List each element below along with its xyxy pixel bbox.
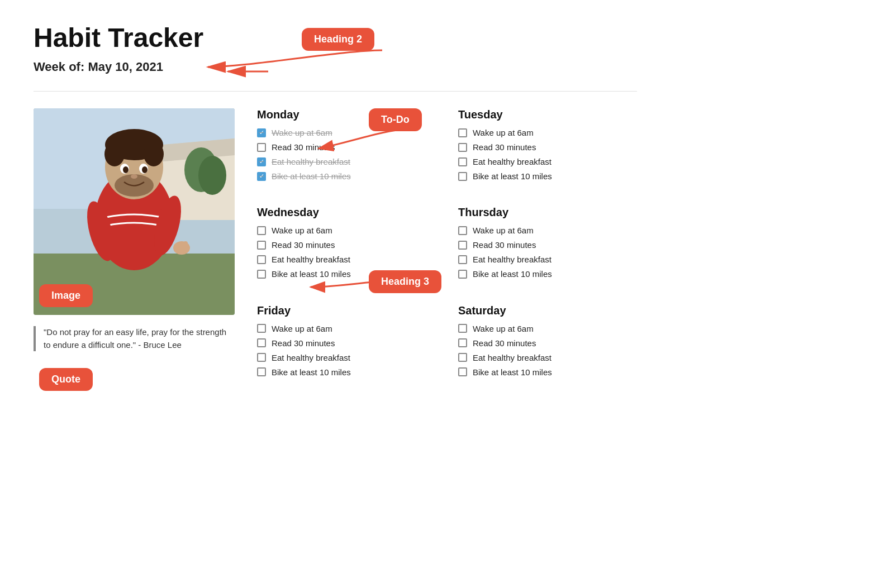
svg-point-24 bbox=[131, 174, 137, 179]
task-item[interactable]: ✓Eat healthy breakfast bbox=[257, 157, 436, 166]
task-label: Bike at least 10 miles bbox=[272, 269, 351, 279]
task-label: Bike at least 10 miles bbox=[473, 171, 552, 181]
task-list: Wake up at 6amRead 30 minutesEat healthy… bbox=[458, 324, 637, 377]
task-label: Eat healthy breakfast bbox=[272, 353, 350, 362]
task-list: Wake up at 6amRead 30 minutesEat healthy… bbox=[257, 324, 436, 377]
task-item[interactable]: Eat healthy breakfast bbox=[458, 353, 637, 362]
task-item[interactable]: Read 30 minutes bbox=[257, 338, 436, 348]
task-item[interactable]: Eat healthy breakfast bbox=[458, 157, 637, 166]
task-checkbox[interactable] bbox=[257, 353, 266, 362]
task-label: Read 30 minutes bbox=[272, 142, 335, 152]
task-item[interactable]: Wake up at 6am bbox=[458, 226, 637, 235]
task-checkbox[interactable] bbox=[257, 270, 266, 279]
task-item[interactable]: Bike at least 10 miles bbox=[458, 269, 637, 279]
svg-point-21 bbox=[123, 166, 129, 173]
day-section-tuesday: TuesdayWake up at 6amRead 30 minutesEat … bbox=[458, 108, 637, 189]
task-label: Wake up at 6am bbox=[473, 324, 534, 333]
task-checkbox[interactable]: ✓ bbox=[257, 172, 266, 181]
task-checkbox[interactable] bbox=[458, 172, 467, 181]
task-checkbox[interactable] bbox=[458, 157, 467, 166]
day-section-friday: FridayWake up at 6amRead 30 minutesEat h… bbox=[257, 304, 436, 385]
task-label: Eat healthy breakfast bbox=[473, 353, 551, 362]
task-label: Wake up at 6am bbox=[473, 128, 534, 137]
task-item[interactable]: Eat healthy breakfast bbox=[458, 255, 637, 264]
heading3-badge: Heading 3 bbox=[369, 270, 441, 293]
task-label: Bike at least 10 miles bbox=[272, 171, 351, 181]
svg-rect-13 bbox=[183, 241, 188, 251]
task-label: Wake up at 6am bbox=[272, 128, 332, 137]
task-label: Wake up at 6am bbox=[473, 226, 534, 235]
svg-point-18 bbox=[144, 142, 164, 166]
task-checkbox[interactable] bbox=[458, 241, 467, 250]
task-label: Read 30 minutes bbox=[272, 240, 335, 250]
task-label: Read 30 minutes bbox=[473, 142, 536, 152]
task-label: Wake up at 6am bbox=[272, 324, 332, 333]
task-label: Eat healthy breakfast bbox=[272, 157, 350, 166]
task-checkbox[interactable] bbox=[458, 367, 467, 376]
task-label: Bike at least 10 miles bbox=[473, 269, 552, 279]
task-item[interactable]: Bike at least 10 miles bbox=[458, 367, 637, 377]
task-list: ✓Wake up at 6amRead 30 minutes✓Eat healt… bbox=[257, 128, 436, 181]
task-label: Read 30 minutes bbox=[272, 338, 335, 348]
quote-text: "Do not pray for an easy life, pray for … bbox=[44, 327, 226, 350]
task-item[interactable]: Bike at least 10 miles bbox=[257, 367, 436, 377]
days-grid: Monday✓Wake up at 6amRead 30 minutes✓Eat… bbox=[257, 108, 637, 385]
task-checkbox[interactable] bbox=[257, 255, 266, 264]
task-checkbox[interactable] bbox=[458, 143, 467, 152]
day-section-thursday: ThursdayWake up at 6amRead 30 minutesEat… bbox=[458, 206, 637, 287]
day-heading: Friday bbox=[257, 304, 436, 317]
day-heading: Saturday bbox=[458, 304, 637, 317]
task-item[interactable]: Wake up at 6am bbox=[257, 226, 436, 235]
image-badge: Image bbox=[39, 284, 93, 307]
task-checkbox[interactable] bbox=[458, 255, 467, 264]
task-checkbox[interactable]: ✓ bbox=[257, 157, 266, 166]
task-list: Wake up at 6amRead 30 minutesEat healthy… bbox=[458, 226, 637, 279]
task-label: Eat healthy breakfast bbox=[272, 255, 350, 264]
task-label: Bike at least 10 miles bbox=[473, 367, 552, 377]
task-checkbox[interactable] bbox=[257, 367, 266, 376]
task-item[interactable]: Read 30 minutes bbox=[257, 142, 436, 152]
task-item[interactable]: Read 30 minutes bbox=[458, 338, 637, 348]
svg-point-17 bbox=[104, 142, 125, 166]
task-checkbox[interactable] bbox=[458, 128, 467, 137]
task-checkbox[interactable] bbox=[257, 143, 266, 152]
task-label: Read 30 minutes bbox=[473, 240, 536, 250]
task-checkbox[interactable] bbox=[458, 353, 467, 362]
task-label: Eat healthy breakfast bbox=[473, 255, 551, 264]
heading2-badge: Heading 2 bbox=[302, 28, 374, 51]
task-label: Eat healthy breakfast bbox=[473, 157, 551, 166]
task-item[interactable]: Read 30 minutes bbox=[257, 240, 436, 250]
task-item[interactable]: Read 30 minutes bbox=[458, 142, 637, 152]
task-checkbox[interactable] bbox=[458, 324, 467, 333]
task-item[interactable]: ✓Bike at least 10 miles bbox=[257, 171, 436, 181]
quote-block: "Do not pray for an easy life, pray for … bbox=[34, 326, 235, 351]
task-item[interactable]: Wake up at 6am bbox=[458, 128, 637, 137]
task-item[interactable]: Read 30 minutes bbox=[458, 240, 637, 250]
task-label: Bike at least 10 miles bbox=[272, 367, 351, 377]
todo-badge: To-Do bbox=[369, 108, 422, 131]
task-label: Read 30 minutes bbox=[473, 338, 536, 348]
day-heading: Wednesday bbox=[257, 206, 436, 219]
quote-badge: Quote bbox=[39, 368, 93, 391]
task-checkbox[interactable] bbox=[257, 226, 266, 235]
day-heading: Thursday bbox=[458, 206, 637, 219]
week-label: Week of: May 10, 2021 bbox=[34, 60, 637, 74]
day-section-saturday: SaturdayWake up at 6amRead 30 minutesEat… bbox=[458, 304, 637, 385]
task-checkbox[interactable] bbox=[257, 324, 266, 333]
task-checkbox[interactable]: ✓ bbox=[257, 128, 266, 137]
task-item[interactable]: Wake up at 6am bbox=[458, 324, 637, 333]
task-checkbox[interactable] bbox=[458, 270, 467, 279]
task-item[interactable]: Bike at least 10 miles bbox=[458, 171, 637, 181]
svg-point-6 bbox=[198, 156, 226, 195]
day-heading: Tuesday bbox=[458, 108, 637, 121]
task-checkbox[interactable] bbox=[257, 241, 266, 250]
svg-point-22 bbox=[142, 166, 148, 173]
task-checkbox[interactable] bbox=[458, 338, 467, 347]
task-item[interactable]: Eat healthy breakfast bbox=[257, 353, 436, 362]
task-item[interactable]: Wake up at 6am bbox=[257, 324, 436, 333]
task-list: Wake up at 6amRead 30 minutesEat healthy… bbox=[458, 128, 637, 181]
task-checkbox[interactable] bbox=[257, 338, 266, 347]
task-item[interactable]: Eat healthy breakfast bbox=[257, 255, 436, 264]
task-checkbox[interactable] bbox=[458, 226, 467, 235]
task-label: Wake up at 6am bbox=[272, 226, 332, 235]
